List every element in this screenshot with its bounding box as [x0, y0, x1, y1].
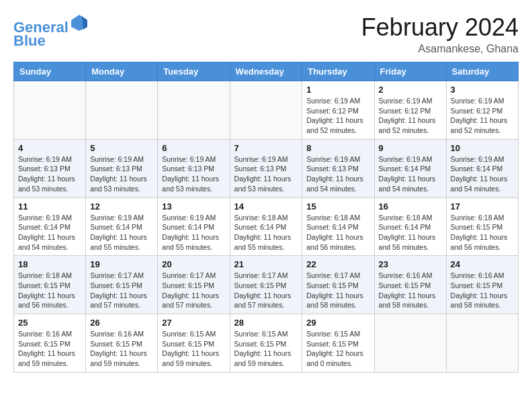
- calendar-cell: 27Sunrise: 6:15 AM Sunset: 6:15 PM Dayli…: [158, 314, 230, 373]
- day-info: Sunrise: 6:19 AM Sunset: 6:13 PM Dayligh…: [90, 154, 153, 194]
- calendar-cell: 26Sunrise: 6:16 AM Sunset: 6:15 PM Dayli…: [86, 314, 158, 373]
- day-info: Sunrise: 6:18 AM Sunset: 6:14 PM Dayligh…: [306, 213, 369, 253]
- day-number: 16: [379, 201, 442, 212]
- calendar-cell: 24Sunrise: 6:16 AM Sunset: 6:15 PM Dayli…: [446, 256, 518, 314]
- day-number: 23: [379, 259, 442, 269]
- calendar-cell: 22Sunrise: 6:17 AM Sunset: 6:15 PM Dayli…: [302, 256, 374, 314]
- calendar-week-3: 18Sunrise: 6:18 AM Sunset: 6:15 PM Dayli…: [14, 256, 519, 314]
- day-number: 21: [234, 259, 298, 269]
- calendar-cell: 25Sunrise: 6:16 AM Sunset: 6:15 PM Dayli…: [14, 314, 86, 373]
- day-number: 15: [306, 201, 369, 212]
- day-number: 1: [306, 85, 369, 95]
- day-info: Sunrise: 6:19 AM Sunset: 6:13 PM Dayligh…: [18, 154, 81, 194]
- day-number: 25: [18, 318, 81, 328]
- calendar-cell: 14Sunrise: 6:18 AM Sunset: 6:14 PM Dayli…: [230, 197, 302, 256]
- logo: General Blue: [13, 13, 89, 49]
- calendar-cell: [230, 81, 302, 140]
- logo-icon: [70, 13, 89, 32]
- day-number: 29: [306, 318, 369, 328]
- day-number: 12: [90, 201, 153, 212]
- day-number: 28: [234, 318, 298, 328]
- title-area: February 2024 Asamankese, Ghana: [361, 13, 519, 55]
- day-number: 6: [162, 143, 225, 153]
- calendar-cell: 21Sunrise: 6:17 AM Sunset: 6:15 PM Dayli…: [230, 256, 302, 314]
- day-info: Sunrise: 6:17 AM Sunset: 6:15 PM Dayligh…: [306, 271, 369, 310]
- day-number: 26: [90, 318, 153, 328]
- calendar-cell: 11Sunrise: 6:19 AM Sunset: 6:14 PM Dayli…: [14, 197, 86, 256]
- calendar-cell: 6Sunrise: 6:19 AM Sunset: 6:13 PM Daylig…: [158, 139, 230, 197]
- day-info: Sunrise: 6:19 AM Sunset: 6:14 PM Dayligh…: [90, 213, 153, 253]
- header-saturday: Saturday: [446, 62, 518, 81]
- day-info: Sunrise: 6:19 AM Sunset: 6:12 PM Dayligh…: [306, 96, 369, 136]
- day-number: 24: [451, 259, 514, 269]
- calendar-cell: 15Sunrise: 6:18 AM Sunset: 6:14 PM Dayli…: [302, 197, 374, 256]
- day-number: 2: [379, 85, 442, 95]
- day-info: Sunrise: 6:15 AM Sunset: 6:15 PM Dayligh…: [306, 329, 369, 369]
- day-info: Sunrise: 6:16 AM Sunset: 6:15 PM Dayligh…: [451, 271, 514, 310]
- day-number: 27: [162, 318, 225, 328]
- calendar-cell: 28Sunrise: 6:15 AM Sunset: 6:15 PM Dayli…: [230, 314, 302, 373]
- day-number: 11: [18, 201, 81, 212]
- calendar: SundayMondayTuesdayWednesdayThursdayFrid…: [13, 62, 519, 373]
- calendar-cell: [446, 314, 518, 373]
- day-info: Sunrise: 6:19 AM Sunset: 6:12 PM Dayligh…: [451, 96, 514, 136]
- day-info: Sunrise: 6:15 AM Sunset: 6:15 PM Dayligh…: [234, 329, 298, 369]
- calendar-week-4: 25Sunrise: 6:16 AM Sunset: 6:15 PM Dayli…: [14, 314, 519, 373]
- calendar-cell: 13Sunrise: 6:19 AM Sunset: 6:14 PM Dayli…: [158, 197, 230, 256]
- calendar-cell: 12Sunrise: 6:19 AM Sunset: 6:14 PM Dayli…: [86, 197, 158, 256]
- day-info: Sunrise: 6:15 AM Sunset: 6:15 PM Dayligh…: [162, 329, 225, 369]
- day-number: 10: [451, 143, 514, 153]
- calendar-cell: 4Sunrise: 6:19 AM Sunset: 6:13 PM Daylig…: [14, 139, 86, 197]
- day-number: 7: [234, 143, 298, 153]
- day-info: Sunrise: 6:17 AM Sunset: 6:15 PM Dayligh…: [234, 271, 298, 310]
- calendar-header-row: SundayMondayTuesdayWednesdayThursdayFrid…: [14, 62, 519, 81]
- header-thursday: Thursday: [302, 62, 374, 81]
- day-info: Sunrise: 6:18 AM Sunset: 6:14 PM Dayligh…: [379, 213, 442, 253]
- header-monday: Monday: [86, 62, 158, 81]
- calendar-cell: 1Sunrise: 6:19 AM Sunset: 6:12 PM Daylig…: [302, 81, 374, 140]
- day-info: Sunrise: 6:17 AM Sunset: 6:15 PM Dayligh…: [162, 271, 225, 310]
- calendar-week-1: 4Sunrise: 6:19 AM Sunset: 6:13 PM Daylig…: [14, 139, 519, 197]
- day-info: Sunrise: 6:18 AM Sunset: 6:15 PM Dayligh…: [451, 213, 514, 253]
- day-number: 13: [162, 201, 225, 212]
- day-number: 14: [234, 201, 298, 212]
- header-tuesday: Tuesday: [158, 62, 230, 81]
- location-title: Asamankese, Ghana: [361, 43, 519, 55]
- header-friday: Friday: [374, 62, 446, 81]
- month-title: February 2024: [361, 13, 519, 42]
- day-info: Sunrise: 6:19 AM Sunset: 6:14 PM Dayligh…: [379, 154, 442, 194]
- calendar-cell: 18Sunrise: 6:18 AM Sunset: 6:15 PM Dayli…: [14, 256, 86, 314]
- day-info: Sunrise: 6:19 AM Sunset: 6:13 PM Dayligh…: [234, 154, 298, 194]
- calendar-cell: 19Sunrise: 6:17 AM Sunset: 6:15 PM Dayli…: [86, 256, 158, 314]
- day-number: 18: [18, 259, 81, 269]
- calendar-week-2: 11Sunrise: 6:19 AM Sunset: 6:14 PM Dayli…: [14, 197, 519, 256]
- header-sunday: Sunday: [14, 62, 86, 81]
- calendar-cell: [14, 81, 86, 140]
- header-wednesday: Wednesday: [230, 62, 302, 81]
- day-info: Sunrise: 6:16 AM Sunset: 6:15 PM Dayligh…: [90, 329, 153, 369]
- calendar-cell: 3Sunrise: 6:19 AM Sunset: 6:12 PM Daylig…: [446, 81, 518, 140]
- calendar-cell: 8Sunrise: 6:19 AM Sunset: 6:13 PM Daylig…: [302, 139, 374, 197]
- day-number: 8: [306, 143, 369, 153]
- day-number: 20: [162, 259, 225, 269]
- calendar-cell: 29Sunrise: 6:15 AM Sunset: 6:15 PM Dayli…: [302, 314, 374, 373]
- calendar-cell: 23Sunrise: 6:16 AM Sunset: 6:15 PM Dayli…: [374, 256, 446, 314]
- calendar-cell: [374, 314, 446, 373]
- day-info: Sunrise: 6:19 AM Sunset: 6:13 PM Dayligh…: [306, 154, 369, 194]
- day-info: Sunrise: 6:19 AM Sunset: 6:14 PM Dayligh…: [451, 154, 514, 194]
- day-number: 5: [90, 143, 153, 153]
- day-info: Sunrise: 6:19 AM Sunset: 6:14 PM Dayligh…: [18, 213, 81, 253]
- calendar-cell: 5Sunrise: 6:19 AM Sunset: 6:13 PM Daylig…: [86, 139, 158, 197]
- header: General Blue February 2024 Asamankese, G…: [13, 13, 519, 55]
- day-info: Sunrise: 6:19 AM Sunset: 6:14 PM Dayligh…: [162, 213, 225, 253]
- day-info: Sunrise: 6:18 AM Sunset: 6:15 PM Dayligh…: [18, 271, 81, 310]
- day-info: Sunrise: 6:16 AM Sunset: 6:15 PM Dayligh…: [379, 271, 442, 310]
- day-number: 3: [451, 85, 514, 95]
- day-number: 22: [306, 259, 369, 269]
- calendar-cell: 20Sunrise: 6:17 AM Sunset: 6:15 PM Dayli…: [158, 256, 230, 314]
- calendar-cell: 2Sunrise: 6:19 AM Sunset: 6:12 PM Daylig…: [374, 81, 446, 140]
- day-info: Sunrise: 6:19 AM Sunset: 6:12 PM Dayligh…: [379, 96, 442, 136]
- calendar-cell: [158, 81, 230, 140]
- day-info: Sunrise: 6:18 AM Sunset: 6:14 PM Dayligh…: [234, 213, 298, 253]
- calendar-cell: 17Sunrise: 6:18 AM Sunset: 6:15 PM Dayli…: [446, 197, 518, 256]
